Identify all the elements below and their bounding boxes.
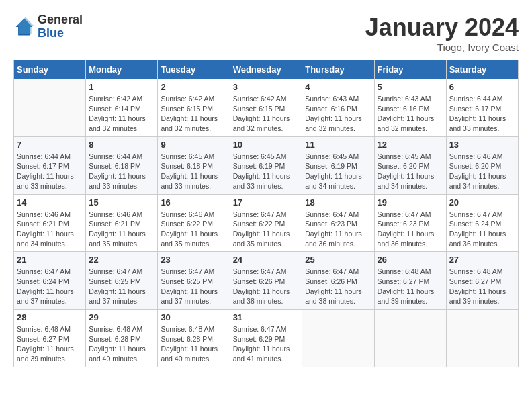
daylight: Daylight: 11 hours and 33 minutes. — [17, 172, 74, 190]
daylight: Daylight: 11 hours and 32 minutes. — [233, 114, 290, 132]
week-row-1: 1 Sunrise: 6:42 AM Sunset: 6:14 PM Dayli… — [14, 79, 519, 137]
day-info: Sunrise: 6:42 AM Sunset: 6:15 PM Dayligh… — [161, 94, 226, 134]
sunrise: Sunrise: 6:44 AM — [449, 95, 503, 103]
daylight: Daylight: 11 hours and 32 minutes. — [305, 114, 362, 132]
sunset: Sunset: 6:19 PM — [305, 162, 357, 170]
week-row-4: 21 Sunrise: 6:47 AM Sunset: 6:24 PM Dayl… — [14, 252, 519, 310]
day-info: Sunrise: 6:46 AM Sunset: 6:21 PM Dayligh… — [89, 210, 154, 249]
header-day-friday: Friday — [374, 60, 446, 79]
daylight: Daylight: 11 hours and 36 minutes. — [378, 230, 435, 248]
day-cell: 10 Sunrise: 6:45 AM Sunset: 6:19 PM Dayl… — [230, 136, 302, 194]
day-number: 17 — [233, 197, 300, 208]
logo-icon — [13, 16, 35, 38]
day-number: 29 — [89, 312, 154, 322]
sunrise: Sunrise: 6:46 AM — [89, 210, 142, 218]
sunset: Sunset: 6:20 PM — [449, 162, 502, 170]
daylight: Daylight: 11 hours and 33 minutes. — [449, 114, 506, 132]
day-number: 13 — [449, 140, 515, 150]
day-cell: 7 Sunrise: 6:44 AM Sunset: 6:17 PM Dayli… — [14, 136, 86, 194]
sunrise: Sunrise: 6:48 AM — [161, 325, 214, 333]
svg-marker-1 — [17, 17, 34, 34]
day-cell: 21 Sunrise: 6:47 AM Sunset: 6:24 PM Dayl… — [14, 252, 86, 310]
sunset: Sunset: 6:26 PM — [305, 277, 357, 285]
day-cell: 12 Sunrise: 6:45 AM Sunset: 6:20 PM Dayl… — [374, 136, 446, 194]
day-info: Sunrise: 6:44 AM Sunset: 6:17 PM Dayligh… — [17, 152, 83, 191]
day-cell: 26 Sunrise: 6:48 AM Sunset: 6:27 PM Dayl… — [374, 252, 446, 310]
sunset: Sunset: 6:29 PM — [233, 335, 285, 343]
header-day-sunday: Sunday — [14, 60, 86, 79]
sunrise: Sunrise: 6:45 AM — [378, 152, 431, 161]
sunrise: Sunrise: 6:44 AM — [89, 152, 142, 161]
day-cell: 8 Sunrise: 6:44 AM Sunset: 6:18 PM Dayli… — [86, 136, 158, 194]
day-cell: 17 Sunrise: 6:47 AM Sunset: 6:22 PM Dayl… — [230, 194, 302, 252]
sunrise: Sunrise: 6:45 AM — [161, 152, 214, 161]
day-number: 2 — [161, 82, 226, 92]
week-row-2: 7 Sunrise: 6:44 AM Sunset: 6:17 PM Dayli… — [14, 136, 519, 194]
daylight: Daylight: 11 hours and 35 minutes. — [161, 230, 218, 248]
sunset: Sunset: 6:17 PM — [449, 105, 502, 113]
day-info: Sunrise: 6:46 AM Sunset: 6:21 PM Dayligh… — [17, 210, 83, 249]
header-day-thursday: Thursday — [302, 60, 374, 79]
sunrise: Sunrise: 6:46 AM — [449, 152, 503, 161]
sunrise: Sunrise: 6:47 AM — [161, 267, 214, 275]
day-cell: 20 Sunrise: 6:47 AM Sunset: 6:24 PM Dayl… — [446, 194, 518, 252]
sunset: Sunset: 6:28 PM — [89, 335, 141, 343]
day-cell: 13 Sunrise: 6:46 AM Sunset: 6:20 PM Dayl… — [446, 136, 518, 194]
logo: General Blue — [13, 13, 83, 40]
day-number: 30 — [161, 312, 226, 322]
daylight: Daylight: 11 hours and 35 minutes. — [89, 230, 146, 248]
logo-general: General — [38, 13, 83, 27]
sunset: Sunset: 6:25 PM — [161, 277, 213, 285]
day-info: Sunrise: 6:42 AM Sunset: 6:14 PM Dayligh… — [89, 94, 154, 134]
daylight: Daylight: 11 hours and 36 minutes. — [449, 230, 506, 248]
daylight: Daylight: 11 hours and 37 minutes. — [161, 287, 218, 306]
day-number: 3 — [233, 82, 300, 92]
sunrise: Sunrise: 6:43 AM — [378, 95, 431, 103]
sunset: Sunset: 6:20 PM — [378, 162, 430, 170]
day-info: Sunrise: 6:45 AM Sunset: 6:19 PM Dayligh… — [305, 152, 371, 191]
sunrise: Sunrise: 6:47 AM — [305, 210, 359, 218]
sunrise: Sunrise: 6:43 AM — [305, 95, 359, 103]
sunset: Sunset: 6:27 PM — [378, 277, 430, 285]
page-header: General Blue January 2024 Tiogo, Ivory C… — [13, 13, 519, 53]
daylight: Daylight: 11 hours and 37 minutes. — [89, 287, 146, 306]
week-row-3: 14 Sunrise: 6:46 AM Sunset: 6:21 PM Dayl… — [14, 194, 519, 252]
day-cell: 29 Sunrise: 6:48 AM Sunset: 6:28 PM Dayl… — [86, 310, 158, 367]
day-info: Sunrise: 6:43 AM Sunset: 6:16 PM Dayligh… — [378, 94, 443, 134]
sunrise: Sunrise: 6:47 AM — [305, 267, 359, 275]
day-cell: 31 Sunrise: 6:47 AM Sunset: 6:29 PM Dayl… — [230, 310, 302, 367]
day-info: Sunrise: 6:45 AM Sunset: 6:18 PM Dayligh… — [161, 152, 226, 191]
sunrise: Sunrise: 6:46 AM — [161, 210, 214, 218]
day-cell — [302, 310, 374, 367]
logo-text: General Blue — [38, 13, 83, 40]
sunrise: Sunrise: 6:47 AM — [89, 267, 142, 275]
day-info: Sunrise: 6:43 AM Sunset: 6:16 PM Dayligh… — [305, 94, 371, 134]
day-info: Sunrise: 6:47 AM Sunset: 6:25 PM Dayligh… — [89, 267, 154, 306]
sunrise: Sunrise: 6:48 AM — [17, 325, 71, 333]
daylight: Daylight: 11 hours and 34 minutes. — [378, 172, 435, 190]
header-day-tuesday: Tuesday — [158, 60, 230, 79]
month-title: January 2024 — [365, 13, 519, 42]
day-number: 12 — [378, 140, 443, 150]
daylight: Daylight: 11 hours and 32 minutes. — [89, 114, 146, 132]
day-cell: 5 Sunrise: 6:43 AM Sunset: 6:16 PM Dayli… — [374, 79, 446, 137]
day-cell: 27 Sunrise: 6:48 AM Sunset: 6:27 PM Dayl… — [446, 252, 518, 310]
day-number: 19 — [378, 197, 443, 208]
daylight: Daylight: 11 hours and 32 minutes. — [378, 114, 435, 132]
daylight: Daylight: 11 hours and 35 minutes. — [233, 230, 290, 248]
daylight: Daylight: 11 hours and 39 minutes. — [17, 345, 74, 363]
sunset: Sunset: 6:15 PM — [161, 105, 213, 113]
day-cell: 18 Sunrise: 6:47 AM Sunset: 6:23 PM Dayl… — [302, 194, 374, 252]
title-block: January 2024 Tiogo, Ivory Coast — [365, 13, 519, 53]
daylight: Daylight: 11 hours and 33 minutes. — [89, 172, 146, 190]
daylight: Daylight: 11 hours and 40 minutes. — [161, 345, 218, 363]
day-cell: 14 Sunrise: 6:46 AM Sunset: 6:21 PM Dayl… — [14, 194, 86, 252]
header-day-monday: Monday — [86, 60, 158, 79]
day-cell — [14, 79, 86, 137]
day-cell: 11 Sunrise: 6:45 AM Sunset: 6:19 PM Dayl… — [302, 136, 374, 194]
day-number: 14 — [17, 197, 83, 208]
day-info: Sunrise: 6:47 AM Sunset: 6:23 PM Dayligh… — [378, 210, 443, 249]
daylight: Daylight: 11 hours and 39 minutes. — [449, 287, 506, 306]
sunrise: Sunrise: 6:47 AM — [233, 325, 287, 333]
sunset: Sunset: 6:23 PM — [305, 220, 357, 228]
